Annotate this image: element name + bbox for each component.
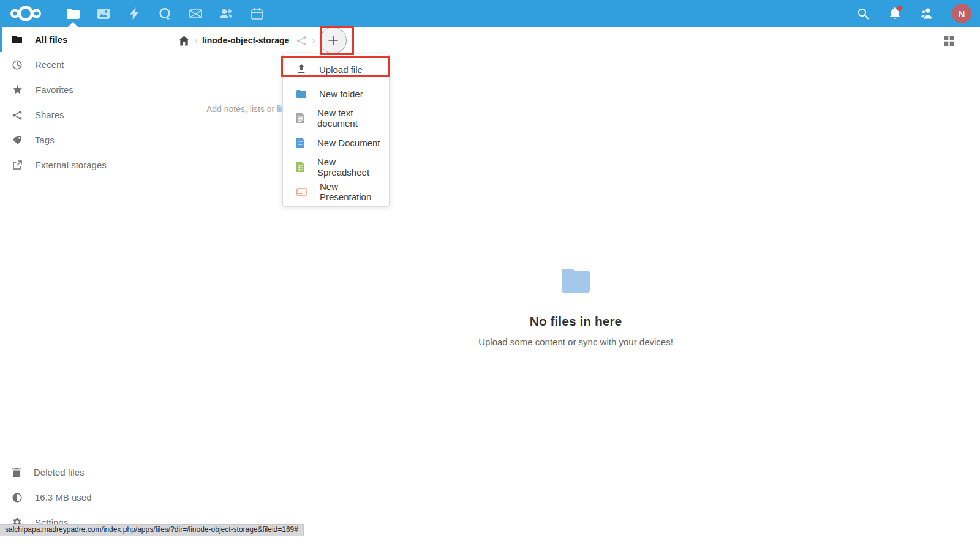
sidebar-item-external-storages[interactable]: External storages (0, 152, 171, 178)
tag-icon (12, 135, 22, 145)
new-file-button[interactable] (320, 27, 347, 54)
quota-pie-icon (12, 493, 22, 503)
sidebar-item-deleted-files[interactable]: Deleted files (0, 460, 171, 485)
app-icon-calendar[interactable] (241, 0, 272, 27)
breadcrumb-separator-icon: › (194, 33, 198, 46)
files-sidebar: All files Recent Favorites Shares Tags (0, 27, 172, 546)
calendar-icon (251, 8, 263, 20)
contacts-menu-icon[interactable] (920, 7, 933, 20)
activity-bolt-icon (130, 7, 139, 20)
empty-folder-state: No files in here Upload some content or … (172, 266, 980, 347)
menu-item-label: New text document (317, 108, 389, 129)
app-icon-photos[interactable] (88, 0, 119, 27)
menu-item-new-folder[interactable]: New folder (283, 81, 389, 106)
sidebar-item-label: All files (35, 34, 67, 45)
star-icon (12, 85, 23, 95)
sidebar-item-label: Shares (35, 110, 64, 120)
clock-icon (12, 60, 22, 70)
folder-icon (12, 36, 22, 43)
menu-item-label: New Presentation (320, 181, 389, 202)
workspace-notes-placeholder[interactable]: Add notes, lists or lin (206, 104, 285, 114)
user-avatar[interactable]: N (952, 4, 971, 23)
app-icon-talk[interactable] (149, 0, 180, 27)
files-folder-icon (67, 9, 80, 19)
breadcrumb-folder[interactable]: linode-object-storage (202, 36, 289, 45)
app-icon-mail[interactable] (180, 0, 211, 27)
menu-item-label: New Document (317, 138, 380, 148)
empty-state-subtitle: Upload some content or sync with your de… (172, 337, 980, 347)
text-document-icon (296, 113, 304, 123)
menu-item-label: Upload file (319, 64, 363, 75)
share-folder-icon[interactable] (296, 36, 307, 46)
menu-item-new-spreadsheet[interactable]: New Spreadsheet (283, 155, 389, 179)
new-file-menu: Upload file New folder New text document… (282, 54, 390, 207)
link-preview-statusbar: salchipapa.madreypadre.com/index.php/app… (0, 524, 304, 536)
menu-item-new-text-document[interactable]: New text document (283, 106, 389, 130)
menu-item-new-document[interactable]: New Document (283, 130, 389, 155)
share-icon (12, 110, 22, 120)
plus-icon (327, 34, 339, 47)
top-navigation-bar: N (0, 0, 980, 27)
notifications-bell-icon[interactable] (888, 7, 902, 20)
contacts-icon (219, 9, 233, 19)
app-icon-activity[interactable] (119, 0, 149, 27)
empty-folder-icon (559, 266, 592, 293)
breadcrumb-separator-icon: › (311, 33, 315, 46)
search-icon[interactable] (856, 7, 870, 20)
photos-icon (97, 9, 110, 19)
nextcloud-logo[interactable] (10, 4, 42, 23)
topbar-right-cluster: N (856, 0, 980, 27)
sidebar-item-favorites[interactable]: Favorites (0, 77, 171, 102)
quota-label: 16.3 MB used (35, 492, 92, 503)
active-app-pointer (68, 22, 78, 27)
grid-view-icon[interactable] (944, 36, 954, 46)
sidebar-item-label: External storages (35, 160, 107, 170)
new-folder-icon (296, 90, 306, 98)
sidebar-item-shares[interactable]: Shares (0, 102, 171, 127)
sidebar-item-quota[interactable]: 16.3 MB used (0, 485, 171, 510)
sidebar-item-tags[interactable]: Tags (0, 127, 171, 152)
sidebar-item-label: Recent (35, 59, 64, 70)
unread-notification-dot (897, 6, 902, 11)
app-icon-contacts[interactable] (211, 0, 241, 27)
presentation-icon (296, 188, 307, 196)
sidebar-item-label: Deleted files (34, 467, 85, 477)
menu-item-label: New Spreadsheet (317, 157, 389, 178)
sidebar-item-label: Favorites (36, 84, 74, 95)
upload-icon (296, 64, 306, 74)
sidebar-item-recent[interactable]: Recent (0, 52, 171, 77)
empty-state-title: No files in here (172, 314, 980, 329)
app-icon-files[interactable] (58, 0, 88, 27)
document-icon (296, 138, 304, 148)
sidebar-item-label: Tags (35, 135, 55, 145)
external-link-icon (12, 160, 22, 170)
sidebar-item-all-files[interactable]: All files (0, 27, 171, 52)
breadcrumb: › linode-object-storage › (172, 27, 980, 54)
menu-item-upload-file[interactable]: Upload file (283, 57, 389, 81)
menu-item-label: New folder (319, 89, 363, 99)
home-icon[interactable] (179, 36, 189, 46)
spreadsheet-icon (296, 162, 304, 172)
mail-icon (189, 9, 202, 18)
menu-item-new-presentation[interactable]: New Presentation (283, 179, 389, 204)
trash-icon (12, 468, 21, 477)
talk-icon (159, 7, 172, 20)
